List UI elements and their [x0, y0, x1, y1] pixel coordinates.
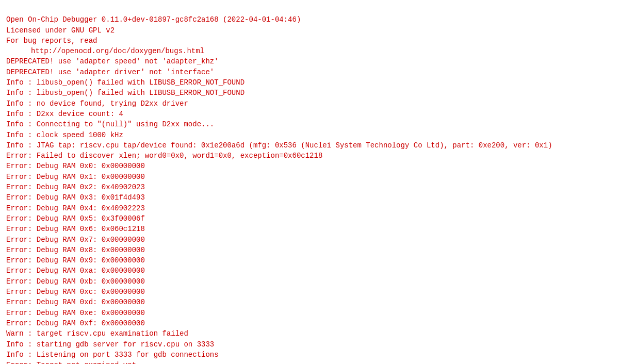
terminal-output: Open On-Chip Debugger 0.11.0+dev-01897-g…	[6, 4, 614, 364]
terminal-line: Error: Debug RAM 0x0: 0x00000000	[6, 161, 614, 171]
terminal-line: Info : starting gdb server for riscv.cpu…	[6, 339, 614, 350]
terminal-line: For bug reports, read	[6, 36, 614, 46]
terminal-line: Error: Debug RAM 0x3: 0x01f4d493	[6, 192, 614, 203]
terminal-line: Error: Debug RAM 0x8: 0x00000000	[6, 245, 614, 255]
terminal-line: Open On-Chip Debugger 0.11.0+dev-01897-g…	[6, 14, 614, 25]
terminal-line: Info : libusb_open() failed with LIBUSB_…	[6, 77, 614, 88]
terminal-line: Error: Debug RAM 0x2: 0x40902023	[6, 182, 614, 192]
terminal-line: Info : libusb_open() failed with LIBUSB_…	[6, 88, 614, 98]
terminal-line: Error: Debug RAM 0x7: 0x00000000	[6, 235, 614, 245]
terminal-line: Error: Debug RAM 0xf: 0x00000000	[6, 318, 614, 328]
terminal-line: Info : D2xx device count: 4	[6, 109, 614, 119]
terminal-line: Error: Debug RAM 0xa: 0x00000000	[6, 266, 614, 276]
terminal-line: Error: Debug RAM 0x1: 0x00000000	[6, 172, 614, 182]
terminal-line: Error: Debug RAM 0xb: 0x00000000	[6, 276, 614, 287]
terminal-line: Warn : target riscv.cpu examination fail…	[6, 328, 614, 339]
terminal-line: Error: Debug RAM 0x5: 0x3f00006f	[6, 213, 614, 224]
terminal-line: Info : JTAG tap: riscv.cpu tap/device fo…	[6, 140, 614, 151]
terminal-line: Error: Failed to discover xlen; word0=0x…	[6, 151, 614, 161]
terminal-line: Error: Debug RAM 0xd: 0x00000000	[6, 297, 614, 307]
terminal-line: Error: Debug RAM 0xe: 0x00000000	[6, 308, 614, 318]
terminal-line: Error: Debug RAM 0x6: 0x060c1218	[6, 224, 614, 234]
terminal-line: Licensed under GNU GPL v2	[6, 25, 614, 36]
terminal-line: Info : no device found, trying D2xx driv…	[6, 98, 614, 109]
terminal-line: http://openocd.org/doc/doxygen/bugs.html	[6, 46, 614, 56]
terminal-line: Info : clock speed 1000 kHz	[6, 130, 614, 140]
terminal-line: Error: Debug RAM 0x9: 0x00000000	[6, 255, 614, 266]
terminal-line: Error: Debug RAM 0x4: 0x40902223	[6, 203, 614, 213]
terminal-line: DEPRECATED! use 'adapter driver' not 'in…	[6, 67, 614, 77]
terminal-line: Error: Debug RAM 0xc: 0x00000000	[6, 287, 614, 297]
terminal-line: DEPRECATED! use 'adapter speed' not 'ada…	[6, 56, 614, 67]
terminal-line: Info : Listening on port 3333 for gdb co…	[6, 350, 614, 360]
terminal-line: Info : Connecting to "(null)" using D2xx…	[6, 119, 614, 129]
terminal-line: Error: Target not examined yet	[6, 360, 614, 364]
